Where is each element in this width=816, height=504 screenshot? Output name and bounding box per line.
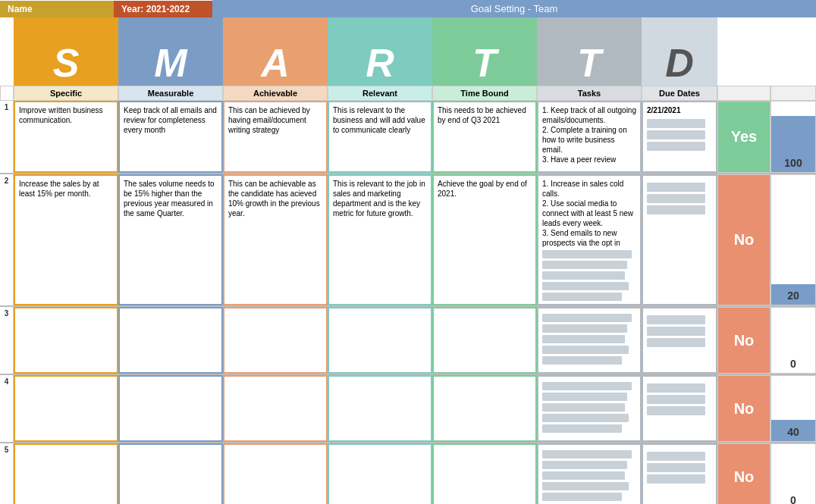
t2-cell: T bbox=[537, 17, 642, 86]
specific-cell[interactable]: Increase the sales by at least 15% per m… bbox=[14, 174, 118, 305]
tasks-text: 1. Keep track of all outgoing emails/doc… bbox=[542, 105, 636, 164]
d-cell: D bbox=[642, 17, 717, 86]
tasks-cell bbox=[537, 375, 642, 442]
relevant-header: Relevant bbox=[328, 86, 432, 101]
measurable-header: Measurable bbox=[118, 86, 223, 101]
yesno-cell[interactable]: No bbox=[717, 443, 770, 504]
r-letter: R bbox=[366, 43, 394, 83]
score-cell: 20 bbox=[770, 174, 816, 305]
achievable-cell[interactable] bbox=[223, 375, 328, 442]
duedates-cell bbox=[642, 307, 717, 374]
tasks-cell bbox=[537, 307, 642, 374]
row-number: 3 bbox=[0, 307, 14, 374]
relevant-cell[interactable] bbox=[328, 307, 432, 374]
name-label: Name bbox=[0, 1, 114, 17]
yesno-cell[interactable]: No bbox=[717, 307, 770, 374]
t1-letter: T bbox=[472, 43, 497, 83]
column-headers: Specific Measurable Achievable Relevant … bbox=[0, 86, 816, 101]
t1-cell: T bbox=[432, 17, 537, 86]
relevant-cell[interactable] bbox=[328, 375, 432, 442]
main-container: Name Year: 2021-2022 Goal Setting - Team… bbox=[0, 0, 816, 504]
yesno-cell[interactable]: No bbox=[717, 375, 770, 442]
a-cell: A bbox=[223, 17, 328, 86]
score-cell: 0 bbox=[770, 307, 816, 374]
smart-letters-row: S M A R T T D bbox=[0, 17, 816, 86]
year-label: Year: 2021-2022 bbox=[114, 1, 212, 17]
measurable-cell[interactable] bbox=[118, 375, 223, 442]
specific-cell[interactable]: Improve written business communication. bbox=[14, 101, 118, 173]
row-number: 1 bbox=[0, 101, 14, 173]
data-rows: 1 Improve written business communication… bbox=[0, 101, 816, 504]
timebound-cell[interactable] bbox=[432, 375, 537, 442]
timebound-cell[interactable] bbox=[432, 307, 537, 374]
tasks-text: 1. Increase in sales cold calls.2. Use s… bbox=[542, 179, 636, 248]
timebound-header: Time Bound bbox=[432, 86, 537, 101]
table-row: 4 No 40 bbox=[0, 375, 816, 443]
achievable-cell[interactable] bbox=[223, 307, 328, 374]
relevant-cell[interactable] bbox=[328, 443, 432, 504]
row-number: 2 bbox=[0, 174, 14, 305]
measurable-cell[interactable]: The sales volume needs to be 15% higher … bbox=[118, 174, 223, 305]
relevant-cell[interactable]: This is relevant to the job in sales and… bbox=[328, 174, 432, 305]
row-number: 4 bbox=[0, 375, 14, 442]
measurable-cell[interactable]: Keep track of all emails and review for … bbox=[118, 101, 223, 173]
row-number: 5 bbox=[0, 443, 14, 504]
tasks-cell bbox=[537, 443, 642, 504]
timebound-cell[interactable]: This needs to be achieved by end of Q3 2… bbox=[432, 101, 537, 173]
table-row: 1 Improve written business communication… bbox=[0, 101, 816, 174]
duedates-cell bbox=[642, 375, 717, 442]
measurable-cell[interactable] bbox=[118, 443, 223, 504]
yesno-cell[interactable]: Yes bbox=[717, 101, 770, 173]
tasks-cell: 1. Increase in sales cold calls.2. Use s… bbox=[537, 174, 642, 305]
achievable-cell[interactable] bbox=[223, 443, 328, 504]
achievable-header: Achievable bbox=[223, 86, 328, 101]
timebound-cell[interactable]: Achieve the goal by end of 2021. bbox=[432, 174, 537, 305]
specific-cell[interactable] bbox=[14, 375, 118, 442]
tasks-cell: 1. Keep track of all outgoing emails/doc… bbox=[537, 101, 642, 173]
specific-cell[interactable] bbox=[14, 307, 118, 374]
m-letter: M bbox=[154, 43, 187, 83]
s-cell: S bbox=[14, 17, 118, 86]
duedates-header: Due Dates bbox=[642, 86, 717, 101]
d-letter: D bbox=[665, 43, 694, 83]
table-row: 3 No 0 bbox=[0, 307, 816, 375]
a-letter: A bbox=[261, 43, 290, 83]
specific-header: Specific bbox=[14, 86, 118, 101]
yesno-cell[interactable]: No bbox=[717, 174, 770, 305]
name-text: Name bbox=[8, 4, 33, 14]
score-cell: 40 bbox=[770, 375, 816, 442]
m-cell: M bbox=[118, 17, 223, 86]
duedates-cell bbox=[642, 443, 717, 504]
relevant-cell[interactable]: This is relevant to the business and wil… bbox=[328, 101, 432, 173]
score-cell: 0 bbox=[770, 443, 816, 504]
tasks-header: Tasks bbox=[537, 86, 642, 101]
t2-letter: T bbox=[577, 43, 601, 83]
score-cell: 100 bbox=[770, 101, 816, 173]
duedates-cell: 2/21/2021 bbox=[642, 101, 717, 173]
r-cell: R bbox=[328, 17, 432, 86]
header-row: Name Year: 2021-2022 Goal Setting - Team bbox=[0, 0, 816, 17]
s-letter: S bbox=[53, 43, 80, 83]
specific-cell[interactable] bbox=[14, 443, 118, 504]
table-row: 5 No 0 bbox=[0, 443, 816, 504]
table-row: 2 Increase the sales by at least 15% per… bbox=[0, 174, 816, 307]
achievable-cell[interactable]: This can be achieved by having email/doc… bbox=[223, 101, 328, 173]
page-title: Goal Setting - Team bbox=[212, 0, 816, 17]
achievable-cell[interactable]: This can be achievable as the candidate … bbox=[223, 174, 328, 305]
duedates-cell bbox=[642, 174, 717, 305]
measurable-cell[interactable] bbox=[118, 307, 223, 374]
timebound-cell[interactable] bbox=[432, 443, 537, 504]
